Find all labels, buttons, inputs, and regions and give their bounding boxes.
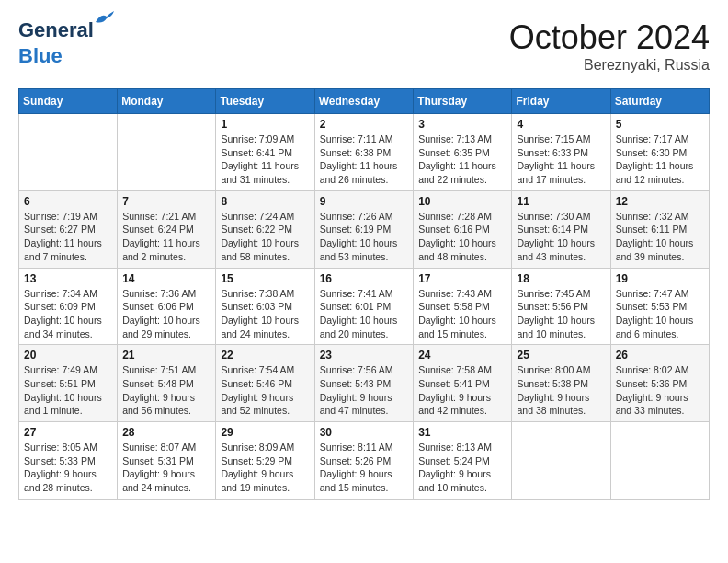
calendar-header-row: SundayMondayTuesdayWednesdayThursdayFrid… (19, 89, 710, 114)
day-number: 23 (320, 349, 409, 362)
day-info: Sunrise: 7:09 AMSunset: 6:41 PMDaylight:… (221, 132, 309, 187)
day-info: Sunrise: 7:43 AMSunset: 5:58 PMDaylight:… (418, 287, 506, 341)
calendar-cell: 6Sunrise: 7:19 AMSunset: 6:27 PMDaylight… (19, 190, 118, 268)
day-number: 25 (517, 349, 605, 362)
day-info: Sunrise: 7:19 AMSunset: 6:27 PMDaylight:… (24, 210, 112, 264)
day-number: 20 (24, 349, 112, 362)
day-info: Sunrise: 7:24 AMSunset: 6:22 PMDaylight:… (221, 210, 309, 264)
day-number: 13 (24, 272, 112, 285)
calendar-cell: 4Sunrise: 7:15 AMSunset: 6:33 PMDaylight… (512, 114, 610, 191)
day-number: 16 (320, 272, 409, 285)
calendar-table: SundayMondayTuesdayWednesdayThursdayFrid… (18, 88, 710, 500)
day-number: 7 (122, 195, 210, 208)
day-info: Sunrise: 8:00 AMSunset: 5:38 PMDaylight:… (517, 363, 605, 418)
day-number: 18 (517, 272, 605, 285)
logo-bird-icon (94, 11, 114, 26)
day-number: 17 (418, 272, 506, 285)
calendar-cell: 17Sunrise: 7:43 AMSunset: 5:58 PMDayligh… (414, 268, 512, 345)
day-number: 19 (616, 272, 704, 285)
day-number: 27 (24, 426, 112, 439)
day-number: 9 (320, 195, 409, 208)
day-number: 21 (122, 349, 210, 362)
calendar-cell: 19Sunrise: 7:47 AMSunset: 5:53 PMDayligh… (610, 268, 709, 345)
day-number: 10 (418, 195, 506, 208)
calendar-cell: 2Sunrise: 7:11 AMSunset: 6:38 PMDaylight… (314, 114, 414, 191)
calendar-cell: 7Sunrise: 7:21 AMSunset: 6:24 PMDaylight… (118, 190, 216, 268)
day-info: Sunrise: 8:09 AMSunset: 5:29 PMDaylight:… (221, 441, 309, 495)
calendar-cell: 26Sunrise: 8:02 AMSunset: 5:36 PMDayligh… (610, 345, 709, 422)
header-monday: Monday (118, 89, 216, 114)
calendar-cell: 27Sunrise: 8:05 AMSunset: 5:33 PMDayligh… (19, 422, 118, 500)
calendar-cell: 13Sunrise: 7:34 AMSunset: 6:09 PMDayligh… (19, 268, 118, 345)
day-info: Sunrise: 7:32 AMSunset: 6:11 PMDaylight:… (616, 210, 704, 264)
calendar-cell (512, 422, 610, 500)
location: Bereznyaki, Russia (509, 57, 710, 74)
calendar-cell (118, 114, 216, 191)
day-number: 15 (221, 272, 309, 285)
page-header: General Blue October 2024 Bereznyaki, Ru… (18, 18, 710, 74)
day-info: Sunrise: 7:51 AMSunset: 5:48 PMDaylight:… (122, 363, 210, 418)
calendar-cell: 18Sunrise: 7:45 AMSunset: 5:56 PMDayligh… (512, 268, 610, 345)
day-number: 24 (418, 349, 506, 362)
day-info: Sunrise: 8:11 AMSunset: 5:26 PMDaylight:… (320, 441, 409, 495)
calendar-cell: 5Sunrise: 7:17 AMSunset: 6:30 PMDaylight… (610, 114, 709, 191)
header-thursday: Thursday (414, 89, 512, 114)
calendar-cell: 15Sunrise: 7:38 AMSunset: 6:03 PMDayligh… (216, 268, 314, 345)
day-info: Sunrise: 7:11 AMSunset: 6:38 PMDaylight:… (320, 132, 409, 187)
day-number: 29 (221, 426, 309, 439)
day-number: 31 (418, 426, 506, 439)
calendar-cell: 3Sunrise: 7:13 AMSunset: 6:35 PMDaylight… (414, 114, 512, 191)
calendar-cell: 10Sunrise: 7:28 AMSunset: 6:16 PMDayligh… (414, 190, 512, 268)
header-saturday: Saturday (610, 89, 709, 114)
title-block: October 2024 Bereznyaki, Russia (509, 18, 710, 74)
day-info: Sunrise: 7:30 AMSunset: 6:14 PMDaylight:… (517, 210, 605, 264)
calendar-cell: 20Sunrise: 7:49 AMSunset: 5:51 PMDayligh… (19, 345, 118, 422)
calendar-cell (19, 114, 118, 191)
calendar-cell: 24Sunrise: 7:58 AMSunset: 5:41 PMDayligh… (414, 345, 512, 422)
calendar-cell: 28Sunrise: 8:07 AMSunset: 5:31 PMDayligh… (118, 422, 216, 500)
day-number: 2 (320, 118, 409, 131)
day-number: 6 (24, 195, 112, 208)
day-info: Sunrise: 7:28 AMSunset: 6:16 PMDaylight:… (418, 210, 506, 264)
calendar-cell (610, 422, 709, 500)
day-info: Sunrise: 7:54 AMSunset: 5:46 PMDaylight:… (221, 363, 309, 418)
calendar-week-1: 1Sunrise: 7:09 AMSunset: 6:41 PMDaylight… (19, 114, 710, 191)
logo-blue: Blue (18, 44, 63, 68)
day-info: Sunrise: 7:17 AMSunset: 6:30 PMDaylight:… (616, 132, 704, 187)
day-info: Sunrise: 7:26 AMSunset: 6:19 PMDaylight:… (320, 210, 409, 264)
day-info: Sunrise: 8:02 AMSunset: 5:36 PMDaylight:… (616, 363, 704, 418)
calendar-cell: 23Sunrise: 7:56 AMSunset: 5:43 PMDayligh… (314, 345, 414, 422)
day-info: Sunrise: 7:41 AMSunset: 6:01 PMDaylight:… (320, 287, 409, 341)
calendar-cell: 21Sunrise: 7:51 AMSunset: 5:48 PMDayligh… (118, 345, 216, 422)
day-number: 22 (221, 349, 309, 362)
day-number: 11 (517, 195, 605, 208)
calendar-week-5: 27Sunrise: 8:05 AMSunset: 5:33 PMDayligh… (19, 422, 710, 500)
day-number: 1 (221, 118, 309, 131)
calendar-cell: 12Sunrise: 7:32 AMSunset: 6:11 PMDayligh… (610, 190, 709, 268)
day-number: 5 (616, 118, 704, 131)
day-info: Sunrise: 7:21 AMSunset: 6:24 PMDaylight:… (122, 210, 210, 264)
calendar-cell: 14Sunrise: 7:36 AMSunset: 6:06 PMDayligh… (118, 268, 216, 345)
calendar-cell: 31Sunrise: 8:13 AMSunset: 5:24 PMDayligh… (414, 422, 512, 500)
month-title: October 2024 (509, 18, 710, 57)
day-info: Sunrise: 7:38 AMSunset: 6:03 PMDaylight:… (221, 287, 309, 341)
day-info: Sunrise: 7:36 AMSunset: 6:06 PMDaylight:… (122, 287, 210, 341)
calendar-cell: 11Sunrise: 7:30 AMSunset: 6:14 PMDayligh… (512, 190, 610, 268)
calendar-week-4: 20Sunrise: 7:49 AMSunset: 5:51 PMDayligh… (19, 345, 710, 422)
calendar-week-2: 6Sunrise: 7:19 AMSunset: 6:27 PMDaylight… (19, 190, 710, 268)
day-number: 14 (122, 272, 210, 285)
calendar-cell: 1Sunrise: 7:09 AMSunset: 6:41 PMDaylight… (216, 114, 314, 191)
day-info: Sunrise: 7:34 AMSunset: 6:09 PMDaylight:… (24, 287, 112, 341)
logo-general: General (18, 18, 94, 41)
day-number: 8 (221, 195, 309, 208)
day-info: Sunrise: 7:58 AMSunset: 5:41 PMDaylight:… (418, 363, 506, 418)
day-info: Sunrise: 7:15 AMSunset: 6:33 PMDaylight:… (517, 132, 605, 187)
logo: General Blue (18, 18, 94, 68)
calendar-cell: 25Sunrise: 8:00 AMSunset: 5:38 PMDayligh… (512, 345, 610, 422)
day-info: Sunrise: 7:49 AMSunset: 5:51 PMDaylight:… (24, 363, 112, 418)
header-friday: Friday (512, 89, 610, 114)
calendar-cell: 8Sunrise: 7:24 AMSunset: 6:22 PMDaylight… (216, 190, 314, 268)
day-info: Sunrise: 8:13 AMSunset: 5:24 PMDaylight:… (418, 441, 506, 495)
day-number: 12 (616, 195, 704, 208)
day-info: Sunrise: 7:47 AMSunset: 5:53 PMDaylight:… (616, 287, 704, 341)
